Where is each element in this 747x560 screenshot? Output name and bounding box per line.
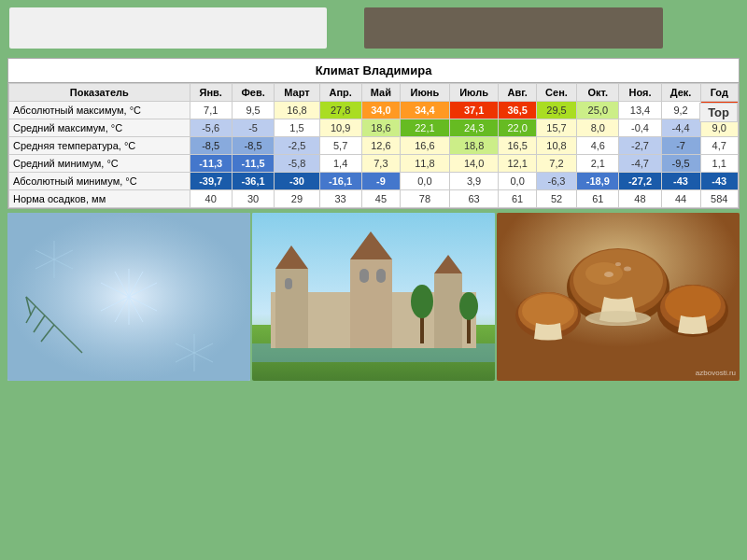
cell-value: 61 [499, 190, 536, 208]
col-header-sep: Сен. [536, 84, 576, 102]
cell-value: 0,0 [401, 173, 450, 190]
cell-value: 40 [190, 190, 232, 208]
cell-value: -5,8 [275, 155, 319, 173]
col-header-indicator: Показатель [9, 84, 190, 102]
cell-value: -2,7 [619, 137, 661, 155]
cell-value: 27,8 [319, 102, 361, 119]
svg-rect-30 [359, 269, 369, 283]
cell-value: 30 [232, 190, 275, 208]
bottom-images: azbovosti.ru [7, 213, 740, 381]
col-header-oct: Окт. [577, 84, 619, 102]
cell-value: 22,1 [401, 119, 450, 137]
cell-value: 61 [577, 190, 619, 208]
cell-value: -43 [700, 173, 738, 190]
cell-value: 16,6 [401, 137, 450, 155]
svg-point-35 [459, 292, 478, 320]
svg-point-33 [411, 285, 433, 318]
cell-value: -4,4 [661, 119, 700, 137]
cell-value: -9 [361, 173, 400, 190]
cell-value: -5,6 [190, 119, 232, 137]
cell-value: 7,2 [536, 155, 576, 173]
cell-value: 13,4 [619, 102, 661, 119]
cell-value: 16,8 [275, 102, 319, 119]
cell-value: -27,2 [619, 173, 661, 190]
cell-value: 7,3 [361, 155, 400, 173]
cell-value: 12,1 [499, 155, 536, 173]
cell-value: 18,6 [361, 119, 400, 137]
col-header-mar: Март [275, 84, 319, 102]
cell-value: -11,3 [190, 155, 232, 173]
cell-value: 33 [319, 190, 361, 208]
cell-value: 11,8 [401, 155, 450, 173]
cell-value: 4,6 [577, 137, 619, 155]
cell-value: -18,9 [577, 173, 619, 190]
svg-rect-31 [376, 269, 386, 283]
cell-value: 29,5 [536, 102, 576, 119]
svg-rect-27 [434, 273, 462, 348]
cell-value: 24,3 [449, 119, 499, 137]
cell-value: 22,0 [499, 119, 536, 137]
cell-value: -11,5 [232, 155, 275, 173]
cell-value: 9,5 [232, 102, 275, 119]
row-label: Средний минимум, °С [9, 155, 190, 173]
top-label: Top [699, 103, 738, 122]
frost-svg [7, 213, 250, 381]
cell-value: -43 [661, 173, 700, 190]
cell-value: -7 [661, 137, 700, 155]
table-row: Средний минимум, °С-11,3-11,5-5,81,47,31… [9, 155, 739, 173]
table-row: Абсолютный максимум, °С7,19,516,827,834,… [9, 102, 739, 119]
mushrooms-svg [497, 213, 740, 381]
cell-value: 45 [361, 190, 400, 208]
col-header-dec: Дек. [661, 84, 700, 102]
svg-point-42 [585, 311, 651, 326]
frost-image [7, 213, 250, 381]
svg-point-51 [615, 262, 621, 266]
cell-value: 1,1 [700, 155, 738, 173]
col-header-feb: Фев. [232, 84, 275, 102]
cell-value: -30 [275, 173, 319, 190]
cell-value: 10,8 [536, 137, 576, 155]
row-label: Абсолютный максимум, °С [9, 102, 190, 119]
table-title: Климат Владимира [8, 59, 739, 83]
cell-value: 52 [536, 190, 576, 208]
table-row: Норма осадков, мм40302933457863615261484… [9, 190, 739, 208]
col-header-jan: Янв. [190, 84, 232, 102]
cell-value: 8,0 [577, 119, 619, 137]
cell-value: -8,5 [190, 137, 232, 155]
table-row: Средний максимум, °С-5,6-51,510,918,622,… [9, 119, 739, 137]
row-label: Средняя температура, °С [9, 137, 190, 155]
cell-value: -5 [232, 119, 275, 137]
cell-value: -9,5 [661, 155, 700, 173]
cell-value: 14,0 [449, 155, 499, 173]
cell-value: 1,4 [319, 155, 361, 173]
col-header-apr: Апр. [319, 84, 361, 102]
top-dark-box [364, 7, 663, 49]
watermark: azbovosti.ru [696, 369, 736, 377]
castle-svg [252, 213, 495, 381]
cell-value: 25,0 [577, 102, 619, 119]
table-row: Абсолютный минимум, °С-39,7-36,1-30-16,1… [9, 173, 739, 190]
cell-value: -36,1 [232, 173, 275, 190]
cell-value: 48 [619, 190, 661, 208]
cell-value: 18,8 [449, 137, 499, 155]
cell-value: -2,5 [275, 137, 319, 155]
cell-value: -4,7 [619, 155, 661, 173]
cell-value: 5,7 [319, 137, 361, 155]
castle-image [252, 213, 495, 381]
cell-value: 12,6 [361, 137, 400, 155]
cell-value: 34,4 [401, 102, 450, 119]
col-header-jul: Июль [449, 84, 499, 102]
col-header-year: Год [700, 84, 738, 102]
cell-value: 44 [661, 190, 700, 208]
cell-value: 2,1 [577, 155, 619, 173]
cell-value: -39,7 [190, 173, 232, 190]
cell-value: -8,5 [232, 137, 275, 155]
svg-point-50 [624, 267, 631, 272]
cell-value: 584 [700, 190, 738, 208]
cell-value: 34,0 [361, 102, 400, 119]
cell-value: -6,3 [536, 173, 576, 190]
cell-value: 3,9 [449, 173, 499, 190]
row-label: Абсолютный минимум, °С [9, 173, 190, 190]
col-header-may: Май [361, 84, 400, 102]
top-area [0, 0, 747, 56]
